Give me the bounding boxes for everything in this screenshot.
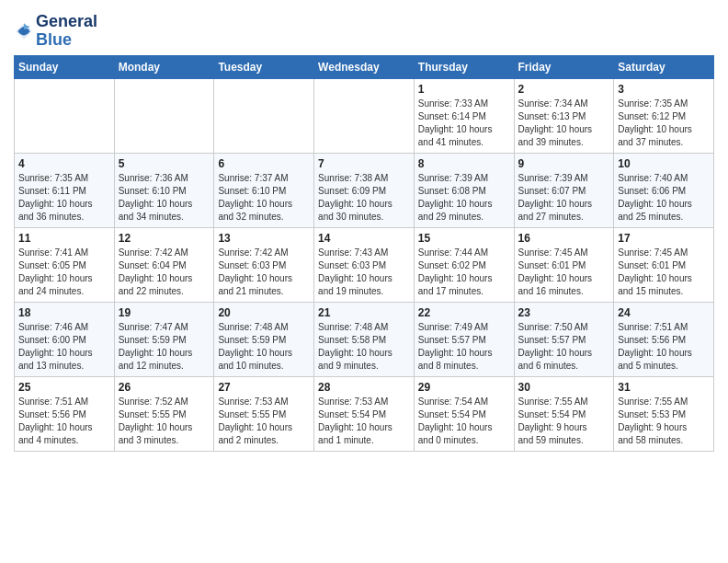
weekday-header-tuesday: Tuesday xyxy=(214,55,314,78)
day-info: Sunrise: 7:52 AM Sunset: 5:55 PM Dayligh… xyxy=(119,396,210,447)
calendar-cell: 31Sunrise: 7:55 AM Sunset: 5:53 PM Dayli… xyxy=(614,376,714,451)
day-info: Sunrise: 7:51 AM Sunset: 5:56 PM Dayligh… xyxy=(618,321,710,373)
day-number: 20 xyxy=(218,306,310,319)
calendar-cell: 4Sunrise: 7:35 AM Sunset: 6:11 PM Daylig… xyxy=(15,153,115,227)
calendar-cell: 15Sunrise: 7:44 AM Sunset: 6:02 PM Dayli… xyxy=(414,227,514,302)
day-info: Sunrise: 7:44 AM Sunset: 6:02 PM Dayligh… xyxy=(418,247,510,298)
day-number: 21 xyxy=(318,306,410,319)
day-info: Sunrise: 7:47 AM Sunset: 5:59 PM Dayligh… xyxy=(119,321,210,373)
day-info: Sunrise: 7:42 AM Sunset: 6:03 PM Dayligh… xyxy=(218,247,310,298)
day-number: 5 xyxy=(119,157,210,170)
day-info: Sunrise: 7:34 AM Sunset: 6:13 PM Dayligh… xyxy=(518,98,610,149)
day-number: 22 xyxy=(418,306,510,319)
day-info: Sunrise: 7:37 AM Sunset: 6:10 PM Dayligh… xyxy=(218,172,310,224)
day-info: Sunrise: 7:45 AM Sunset: 6:01 PM Dayligh… xyxy=(518,247,610,298)
day-number: 30 xyxy=(518,381,610,394)
day-number: 28 xyxy=(318,381,410,394)
logo: General Blue xyxy=(14,13,97,50)
day-number: 3 xyxy=(618,83,710,96)
calendar-cell: 13Sunrise: 7:42 AM Sunset: 6:03 PM Dayli… xyxy=(214,227,314,302)
day-info: Sunrise: 7:35 AM Sunset: 6:12 PM Dayligh… xyxy=(618,98,710,149)
calendar-week-row: 4Sunrise: 7:35 AM Sunset: 6:11 PM Daylig… xyxy=(15,153,714,227)
day-info: Sunrise: 7:49 AM Sunset: 5:57 PM Dayligh… xyxy=(418,321,510,373)
weekday-header-monday: Monday xyxy=(114,55,214,78)
day-number: 9 xyxy=(518,157,610,170)
calendar-cell: 22Sunrise: 7:49 AM Sunset: 5:57 PM Dayli… xyxy=(414,302,514,376)
calendar-cell: 7Sunrise: 7:38 AM Sunset: 6:09 PM Daylig… xyxy=(314,153,415,227)
calendar-cell: 25Sunrise: 7:51 AM Sunset: 5:56 PM Dayli… xyxy=(15,376,115,451)
calendar-cell: 23Sunrise: 7:50 AM Sunset: 5:57 PM Dayli… xyxy=(514,302,614,376)
day-number: 14 xyxy=(318,232,410,245)
calendar-week-row: 1Sunrise: 7:33 AM Sunset: 6:14 PM Daylig… xyxy=(15,78,714,153)
day-number: 31 xyxy=(618,381,710,394)
day-info: Sunrise: 7:36 AM Sunset: 6:10 PM Dayligh… xyxy=(119,172,210,224)
weekday-header-sunday: Sunday xyxy=(15,55,115,78)
calendar-cell: 18Sunrise: 7:46 AM Sunset: 6:00 PM Dayli… xyxy=(15,302,115,376)
calendar-cell: 14Sunrise: 7:43 AM Sunset: 6:03 PM Dayli… xyxy=(314,227,415,302)
day-info: Sunrise: 7:39 AM Sunset: 6:08 PM Dayligh… xyxy=(418,172,510,224)
day-number: 11 xyxy=(18,232,110,245)
day-info: Sunrise: 7:43 AM Sunset: 6:03 PM Dayligh… xyxy=(318,247,410,298)
calendar-table: SundayMondayTuesdayWednesdayThursdayFrid… xyxy=(14,55,714,452)
calendar-cell: 19Sunrise: 7:47 AM Sunset: 5:59 PM Dayli… xyxy=(114,302,214,376)
day-number: 10 xyxy=(618,157,710,170)
weekday-header-saturday: Saturday xyxy=(614,55,714,78)
calendar-cell: 16Sunrise: 7:45 AM Sunset: 6:01 PM Dayli… xyxy=(514,227,614,302)
calendar-cell xyxy=(314,78,415,153)
day-number: 8 xyxy=(418,157,510,170)
day-info: Sunrise: 7:53 AM Sunset: 5:55 PM Dayligh… xyxy=(218,396,310,447)
day-number: 26 xyxy=(119,381,210,394)
day-number: 13 xyxy=(218,232,310,245)
day-info: Sunrise: 7:55 AM Sunset: 5:54 PM Dayligh… xyxy=(518,396,610,447)
weekday-header-wednesday: Wednesday xyxy=(314,55,415,78)
day-number: 4 xyxy=(18,157,110,170)
day-info: Sunrise: 7:45 AM Sunset: 6:01 PM Dayligh… xyxy=(618,247,710,298)
calendar-cell: 30Sunrise: 7:55 AM Sunset: 5:54 PM Dayli… xyxy=(514,376,614,451)
day-info: Sunrise: 7:54 AM Sunset: 5:54 PM Dayligh… xyxy=(418,396,510,447)
logo-icon xyxy=(14,21,34,41)
day-number: 15 xyxy=(418,232,510,245)
calendar-cell: 1Sunrise: 7:33 AM Sunset: 6:14 PM Daylig… xyxy=(414,78,514,153)
day-number: 23 xyxy=(518,306,610,319)
day-info: Sunrise: 7:46 AM Sunset: 6:00 PM Dayligh… xyxy=(18,321,110,373)
weekday-header-thursday: Thursday xyxy=(414,55,514,78)
day-info: Sunrise: 7:40 AM Sunset: 6:06 PM Dayligh… xyxy=(618,172,710,224)
weekday-header-friday: Friday xyxy=(514,55,614,78)
day-number: 7 xyxy=(318,157,410,170)
day-info: Sunrise: 7:41 AM Sunset: 6:05 PM Dayligh… xyxy=(18,247,110,298)
day-number: 25 xyxy=(18,381,110,394)
calendar-week-row: 25Sunrise: 7:51 AM Sunset: 5:56 PM Dayli… xyxy=(15,376,714,451)
calendar-cell: 28Sunrise: 7:53 AM Sunset: 5:54 PM Dayli… xyxy=(314,376,415,451)
day-info: Sunrise: 7:42 AM Sunset: 6:04 PM Dayligh… xyxy=(119,247,210,298)
calendar-cell: 3Sunrise: 7:35 AM Sunset: 6:12 PM Daylig… xyxy=(614,78,714,153)
calendar-cell xyxy=(15,78,115,153)
day-number: 27 xyxy=(218,381,310,394)
day-info: Sunrise: 7:35 AM Sunset: 6:11 PM Dayligh… xyxy=(18,172,110,224)
day-info: Sunrise: 7:48 AM Sunset: 5:58 PM Dayligh… xyxy=(318,321,410,373)
calendar-cell xyxy=(214,78,314,153)
calendar-week-row: 11Sunrise: 7:41 AM Sunset: 6:05 PM Dayli… xyxy=(15,227,714,302)
calendar-cell: 17Sunrise: 7:45 AM Sunset: 6:01 PM Dayli… xyxy=(614,227,714,302)
day-number: 18 xyxy=(18,306,110,319)
day-info: Sunrise: 7:33 AM Sunset: 6:14 PM Dayligh… xyxy=(418,98,510,149)
calendar-cell: 6Sunrise: 7:37 AM Sunset: 6:10 PM Daylig… xyxy=(214,153,314,227)
day-number: 29 xyxy=(418,381,510,394)
day-info: Sunrise: 7:48 AM Sunset: 5:59 PM Dayligh… xyxy=(218,321,310,373)
day-info: Sunrise: 7:38 AM Sunset: 6:09 PM Dayligh… xyxy=(318,172,410,224)
calendar-cell: 26Sunrise: 7:52 AM Sunset: 5:55 PM Dayli… xyxy=(114,376,214,451)
day-number: 6 xyxy=(218,157,310,170)
calendar-cell: 2Sunrise: 7:34 AM Sunset: 6:13 PM Daylig… xyxy=(514,78,614,153)
day-number: 24 xyxy=(618,306,710,319)
calendar-cell: 27Sunrise: 7:53 AM Sunset: 5:55 PM Dayli… xyxy=(214,376,314,451)
logo-text: General Blue xyxy=(36,13,97,50)
calendar-cell: 9Sunrise: 7:39 AM Sunset: 6:07 PM Daylig… xyxy=(514,153,614,227)
day-number: 19 xyxy=(119,306,210,319)
calendar-cell: 21Sunrise: 7:48 AM Sunset: 5:58 PM Dayli… xyxy=(314,302,415,376)
day-info: Sunrise: 7:39 AM Sunset: 6:07 PM Dayligh… xyxy=(518,172,610,224)
day-number: 12 xyxy=(119,232,210,245)
calendar-cell: 29Sunrise: 7:54 AM Sunset: 5:54 PM Dayli… xyxy=(414,376,514,451)
calendar-cell: 24Sunrise: 7:51 AM Sunset: 5:56 PM Dayli… xyxy=(614,302,714,376)
calendar-cell: 5Sunrise: 7:36 AM Sunset: 6:10 PM Daylig… xyxy=(114,153,214,227)
day-info: Sunrise: 7:53 AM Sunset: 5:54 PM Dayligh… xyxy=(318,396,410,447)
calendar-cell: 20Sunrise: 7:48 AM Sunset: 5:59 PM Dayli… xyxy=(214,302,314,376)
